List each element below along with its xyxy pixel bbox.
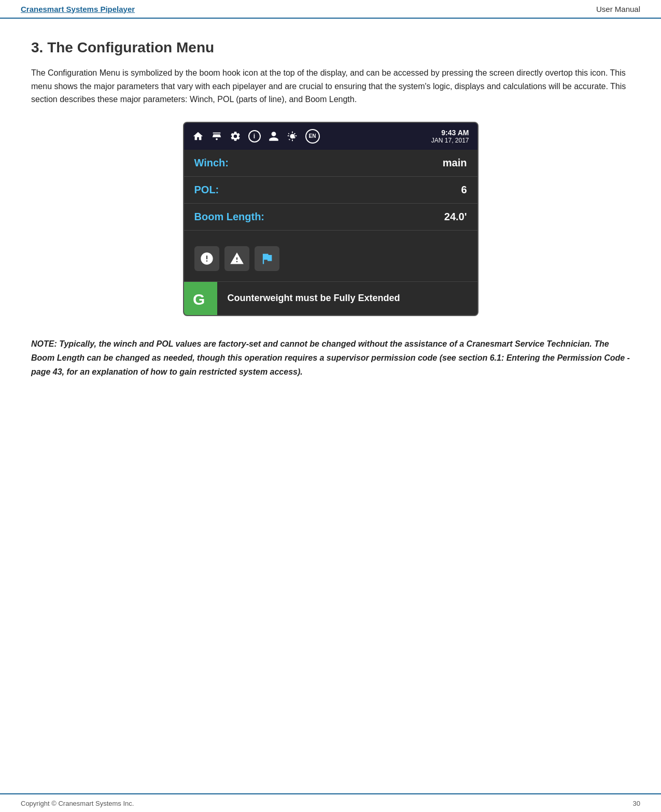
main-content: 3. The Configuration Menu The Configurat… xyxy=(0,19,661,420)
pol-value: 6 xyxy=(461,184,467,196)
flag-button[interactable] xyxy=(255,246,279,271)
footer-page: 30 xyxy=(633,800,640,807)
icon-buttons-area xyxy=(184,231,477,281)
warning-bar: G Counterweight must be Fully Extended xyxy=(184,281,477,315)
gear-icon xyxy=(230,131,241,142)
brightness-icon xyxy=(287,131,298,142)
winch-row[interactable]: Winch: main xyxy=(184,150,477,177)
header: Cranesmart Systems Pipelayer User Manual xyxy=(0,0,661,19)
pol-row[interactable]: POL: 6 xyxy=(184,177,477,204)
boom-length-row[interactable]: Boom Length: 24.0' xyxy=(184,204,477,231)
warning-icon-box: G xyxy=(184,282,217,315)
date-display: JAN 17, 2017 xyxy=(431,137,469,144)
footer: Copyright © Cranesmart Systems Inc. 30 xyxy=(0,793,661,812)
language-icon: EN xyxy=(305,129,320,144)
note-text: NOTE: Typically, the winch and POL value… xyxy=(31,337,630,379)
warning-text: Counterweight must be Fully Extended xyxy=(217,288,411,309)
topbar-icons: i EN xyxy=(192,129,320,144)
topbar-time: 9:43 AM JAN 17, 2017 xyxy=(431,129,469,144)
device-screenshot: i EN xyxy=(183,122,479,316)
boom-length-label: Boom Length: xyxy=(194,211,265,223)
svg-text:G: G xyxy=(193,291,205,308)
alert-circle-button[interactable] xyxy=(194,246,219,271)
info-circle: i xyxy=(248,130,261,143)
config-icon xyxy=(211,131,222,142)
winch-value: main xyxy=(443,157,467,169)
info-icon: i xyxy=(248,130,261,143)
en-badge: EN xyxy=(305,129,320,144)
pol-label: POL: xyxy=(194,184,219,196)
winch-label: Winch: xyxy=(194,157,229,169)
section-heading: 3. The Configuration Menu xyxy=(31,39,630,56)
device-topbar: i EN xyxy=(184,123,477,150)
footer-copyright: Copyright © Cranesmart Systems Inc. xyxy=(21,800,134,807)
time-display: 9:43 AM xyxy=(431,129,469,137)
home-icon xyxy=(192,131,204,142)
header-manual: User Manual xyxy=(596,5,640,13)
section-body: The Configuration Menu is symbolized by … xyxy=(31,66,630,106)
header-title: Cranesmart Systems Pipelayer xyxy=(21,5,135,13)
menu-rows: Winch: main POL: 6 Boom Length: 24.0' xyxy=(184,150,477,231)
alert-triangle-button[interactable] xyxy=(224,246,249,271)
boom-length-value: 24.0' xyxy=(444,211,467,223)
person-icon xyxy=(268,131,279,142)
